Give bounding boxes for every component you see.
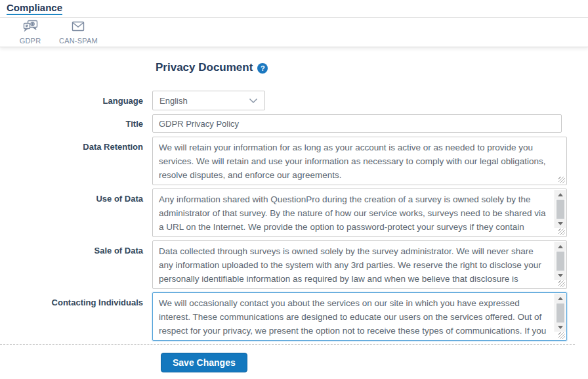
envelope-icon <box>70 20 86 35</box>
gdpr-chat-bubbles-icon <box>23 20 38 35</box>
arrow-down-icon <box>558 222 563 225</box>
contacting-individuals-row: Contacting Individuals We will occasiona… <box>0 292 588 341</box>
scroll-up-button[interactable] <box>555 294 566 303</box>
tab-can-spam[interactable]: CAN-SPAM <box>59 20 98 45</box>
scroll-down-button[interactable] <box>555 323 566 332</box>
language-row: Language English <box>0 91 588 110</box>
use-of-data-row: Use of Data Any information shared with … <box>0 189 588 237</box>
language-label: Language <box>0 91 152 110</box>
chevron-down-icon <box>249 96 258 106</box>
data-retention-field: We will retain your information for as l… <box>152 137 567 185</box>
page-title: Privacy Document <box>156 61 253 74</box>
title-row: Title <box>0 114 588 133</box>
sale-of-data-label: Sale of Data <box>0 240 152 289</box>
contacting-individuals-field: We will occasionally contact you about t… <box>152 292 567 341</box>
arrow-up-icon <box>558 193 563 196</box>
scroll-up-button[interactable] <box>555 242 566 251</box>
help-icon[interactable]: ? <box>257 63 268 74</box>
sale-of-data-row: Sale of Data Data collected through surv… <box>0 240 588 289</box>
contacting-individuals-label: Contacting Individuals <box>0 292 152 341</box>
resize-grip-icon[interactable] <box>558 280 565 287</box>
textarea-scrollbar[interactable] <box>555 242 566 280</box>
breadcrumb-bar: Compliance <box>0 0 588 18</box>
arrow-down-icon <box>558 326 563 329</box>
arrow-up-icon <box>558 245 563 248</box>
tab-gdpr-label: GDPR <box>20 37 41 45</box>
scroll-up-button[interactable] <box>555 190 566 199</box>
language-select[interactable]: English <box>152 91 265 110</box>
resize-grip-icon[interactable] <box>558 177 565 183</box>
use-of-data-field: Any information shared with QuestionPro … <box>152 189 567 237</box>
arrow-down-icon <box>558 274 563 277</box>
scroll-down-button[interactable] <box>555 271 566 280</box>
data-retention-label: Data Retention <box>0 137 152 185</box>
tab-gdpr[interactable]: GDPR <box>16 20 45 45</box>
title-label: Title <box>0 114 152 133</box>
sale-of-data-textarea[interactable]: Data collected through surveys is owned … <box>153 241 566 288</box>
data-retention-row: Data Retention We will retain your infor… <box>0 137 588 185</box>
title-input[interactable] <box>152 114 562 133</box>
privacy-document-form: Language English Title Data Retention We… <box>0 91 588 341</box>
page-title-row: Privacy Document ? <box>156 61 588 74</box>
resize-grip-icon[interactable] <box>558 229 565 235</box>
arrow-up-icon <box>558 297 563 300</box>
tab-can-spam-label: CAN-SPAM <box>59 37 98 45</box>
scroll-thumb[interactable] <box>556 200 564 219</box>
use-of-data-label: Use of Data <box>0 189 152 237</box>
contacting-individuals-textarea[interactable]: We will occasionally contact you about t… <box>153 293 566 340</box>
scroll-down-button[interactable] <box>555 219 566 228</box>
textarea-scrollbar[interactable] <box>555 294 566 332</box>
scroll-thumb[interactable] <box>556 303 564 323</box>
language-selected-value: English <box>159 96 188 106</box>
textarea-scrollbar[interactable] <box>555 190 566 228</box>
data-retention-textarea[interactable]: We will retain your information for as l… <box>153 137 566 185</box>
compliance-link[interactable]: Compliance <box>7 2 62 15</box>
use-of-data-textarea[interactable]: Any information shared with QuestionPro … <box>153 189 566 236</box>
dashed-separator <box>0 344 575 345</box>
sale-of-data-field: Data collected through surveys is owned … <box>152 240 567 289</box>
resize-grip-icon[interactable] <box>558 332 565 339</box>
scroll-thumb[interactable] <box>556 252 564 271</box>
save-changes-button[interactable]: Save Changes <box>161 353 247 372</box>
compliance-toolbar: GDPR CAN-SPAM <box>0 18 588 47</box>
